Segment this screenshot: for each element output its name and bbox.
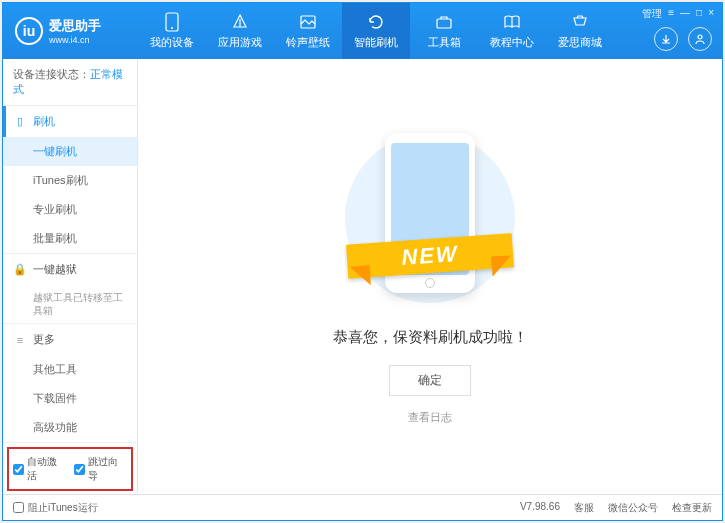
sidebar-item-oneclick-flash[interactable]: 一键刷机 xyxy=(3,137,137,166)
sidebar: 设备连接状态：正常模式 ▯ 刷机 一键刷机 iTunes刷机 专业刷机 批量刷机… xyxy=(3,59,138,494)
sidebar-item-download-firmware[interactable]: 下载固件 xyxy=(3,384,137,413)
sidebar-jailbreak-section: 🔒 一键越狱 越狱工具已转移至工具箱 xyxy=(3,254,137,324)
app-url: www.i4.cn xyxy=(49,35,101,45)
footer: 阻止iTunes运行 V7.98.66 客服 微信公众号 检查更新 xyxy=(3,494,722,520)
user-button[interactable] xyxy=(688,27,712,51)
menu-icon[interactable]: ≡ xyxy=(668,7,674,21)
success-message: 恭喜您，保资料刷机成功啦！ xyxy=(333,328,528,347)
logo-text: 爱思助手 www.i4.cn xyxy=(49,17,101,45)
header-action-buttons xyxy=(654,27,712,51)
sidebar-flash-section: ▯ 刷机 一键刷机 iTunes刷机 专业刷机 批量刷机 xyxy=(3,106,137,254)
check-update-link[interactable]: 检查更新 xyxy=(672,501,712,515)
sidebar-jailbreak-header[interactable]: 🔒 一键越狱 xyxy=(3,254,137,285)
close-icon[interactable]: × xyxy=(708,7,714,21)
checkbox-auto-activate[interactable]: 自动激活 xyxy=(13,455,66,483)
phone-icon: ▯ xyxy=(13,115,27,129)
ok-button[interactable]: 确定 xyxy=(389,365,471,396)
maximize-icon[interactable]: □ xyxy=(696,7,702,21)
minimize-icon[interactable]: — xyxy=(680,7,690,21)
lock-icon: 🔒 xyxy=(13,263,27,277)
logo-icon: iu xyxy=(15,17,43,45)
main-nav: 我的设备 应用游戏 铃声壁纸 智能刷机 工具箱 教程中心 xyxy=(138,3,614,59)
cart-icon xyxy=(570,12,590,32)
footer-right: V7.98.66 客服 微信公众号 检查更新 xyxy=(520,501,712,515)
app-name: 爱思助手 xyxy=(49,17,101,35)
sidebar-more-section: ≡ 更多 其他工具 下载固件 高级功能 xyxy=(3,324,137,443)
nav-toolbox[interactable]: 工具箱 xyxy=(410,3,478,59)
options-highlighted: 自动激活 跳过向导 xyxy=(7,447,133,491)
toolbox-icon xyxy=(434,12,454,32)
checkbox-skip-guide[interactable]: 跳过向导 xyxy=(74,455,127,483)
title-bar: iu 爱思助手 www.i4.cn 我的设备 应用游戏 铃声壁纸 智能刷机 xyxy=(3,3,722,59)
view-log-link[interactable]: 查看日志 xyxy=(408,410,452,425)
customer-service-link[interactable]: 客服 xyxy=(574,501,594,515)
sidebar-item-pro-flash[interactable]: 专业刷机 xyxy=(3,195,137,224)
svg-rect-3 xyxy=(437,19,451,28)
manage-link[interactable]: 管理 xyxy=(642,7,662,21)
sidebar-item-itunes-flash[interactable]: iTunes刷机 xyxy=(3,166,137,195)
nav-store[interactable]: 爱思商城 xyxy=(546,3,614,59)
book-icon xyxy=(502,12,522,32)
main-content: NEW 恭喜您，保资料刷机成功啦！ 确定 查看日志 xyxy=(138,59,722,494)
sidebar-more-header[interactable]: ≡ 更多 xyxy=(3,324,137,355)
nav-tutorials[interactable]: 教程中心 xyxy=(478,3,546,59)
svg-point-1 xyxy=(171,27,173,29)
nav-flash[interactable]: 智能刷机 xyxy=(342,3,410,59)
body: 设备连接状态：正常模式 ▯ 刷机 一键刷机 iTunes刷机 专业刷机 批量刷机… xyxy=(3,59,722,494)
download-button[interactable] xyxy=(654,27,678,51)
nav-my-device[interactable]: 我的设备 xyxy=(138,3,206,59)
checkbox-block-itunes[interactable]: 阻止iTunes运行 xyxy=(13,501,98,515)
svg-point-4 xyxy=(698,35,702,39)
success-illustration: NEW xyxy=(365,128,495,308)
apps-icon xyxy=(230,12,250,32)
phone-icon xyxy=(162,12,182,32)
window-controls: 管理 ≡ — □ × xyxy=(642,7,714,21)
sidebar-flash-header[interactable]: ▯ 刷机 xyxy=(3,106,137,137)
sidebar-item-advanced[interactable]: 高级功能 xyxy=(3,413,137,442)
jailbreak-note: 越狱工具已转移至工具箱 xyxy=(3,285,137,323)
app-window: iu 爱思助手 www.i4.cn 我的设备 应用游戏 铃声壁纸 智能刷机 xyxy=(2,2,723,521)
list-icon: ≡ xyxy=(13,333,27,347)
connection-status: 设备连接状态：正常模式 xyxy=(3,59,137,106)
nav-ringtones[interactable]: 铃声壁纸 xyxy=(274,3,342,59)
version-label: V7.98.66 xyxy=(520,501,560,515)
logo-area: iu 爱思助手 www.i4.cn xyxy=(3,17,138,45)
refresh-icon xyxy=(366,12,386,32)
wechat-link[interactable]: 微信公众号 xyxy=(608,501,658,515)
nav-apps[interactable]: 应用游戏 xyxy=(206,3,274,59)
wallpaper-icon xyxy=(298,12,318,32)
sidebar-item-other-tools[interactable]: 其他工具 xyxy=(3,355,137,384)
sidebar-item-batch-flash[interactable]: 批量刷机 xyxy=(3,224,137,253)
